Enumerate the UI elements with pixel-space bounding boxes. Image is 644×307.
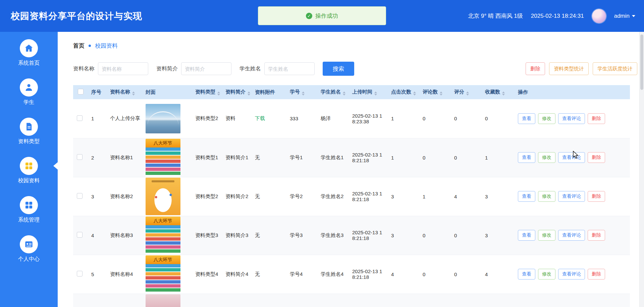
edit-button[interactable]: 修改 [538,113,555,124]
column-header-rating[interactable]: 评分 [451,85,482,99]
sidebar-item-system-management[interactable]: 系统管理 [0,196,58,224]
cell-clicks: 3 [388,177,419,216]
row-checkbox[interactable] [77,232,83,238]
sidebar-item-label: 资料类型 [18,138,40,145]
filter-intro-input[interactable] [181,62,231,75]
cell-rating: 0 [451,138,482,177]
bulk-delete-button[interactable]: 删除 [526,62,545,75]
sort-icon[interactable] [502,91,505,96]
sidebar-item-material-types[interactable]: 资料类型 [0,118,58,145]
view-button[interactable]: 查看 [518,269,535,280]
filter-student-input[interactable] [264,62,315,75]
cover-image[interactable]: 八大环节 [146,217,180,254]
column-header-index: 序号 [88,85,107,99]
sort-icon[interactable] [413,91,416,96]
column-header-type[interactable]: 资料类型 [192,85,222,99]
sidebar-item-label: 校园资料 [18,177,40,184]
edit-button[interactable]: 修改 [538,152,555,163]
column-header-name[interactable]: 资料名称 [107,85,142,99]
edit-button[interactable]: 修改 [538,191,555,202]
breadcrumb: 首页 校园资料 [73,42,639,50]
view-button[interactable]: 查看 [518,113,535,124]
cell-student-no: 学号4 [286,255,317,294]
sort-icon[interactable] [374,91,377,96]
materials-table-wrap: 序号 资料名称 封面 资料类型 资料简介 资料附件 学号 学生姓名 上传时间 点… [73,85,639,307]
activity-stats-button[interactable]: 学生活跃度统计 [593,62,637,75]
sidebar-item-campus-materials[interactable]: 校园资料 [0,157,58,184]
column-header-favorites[interactable]: 收藏数 [482,85,515,99]
cell-comments [419,294,451,307]
edit-button[interactable]: 修改 [538,230,555,241]
view-button[interactable]: 查看 [518,230,535,241]
select-all-checkbox[interactable] [78,89,84,95]
cell-rating: 0 [451,99,482,138]
column-header-intro[interactable]: 资料简介 [222,85,252,99]
sort-icon[interactable] [132,91,135,96]
column-header-student-no[interactable]: 学号 [286,85,317,99]
row-checkbox[interactable] [77,115,83,121]
cell-attachment: 无 [252,216,286,255]
delete-row-button[interactable]: 删除 [588,152,605,163]
sidebar-item-students[interactable]: 学生 [0,78,58,106]
sidebar-item-label: 学生 [23,99,34,106]
cell-student-name: 杨洋 [317,99,349,138]
filter-name-input[interactable] [98,62,148,75]
row-checkbox[interactable] [77,193,83,199]
cover-image[interactable] [146,294,180,307]
view-comments-button[interactable]: 查看评论 [558,191,585,202]
view-comments-button[interactable]: 查看评论 [558,230,585,241]
cover-image[interactable] [146,104,180,133]
cover-image[interactable]: 八大环节 [146,255,180,293]
delete-row-button[interactable]: 删除 [588,230,605,241]
cover-image[interactable] [146,178,180,215]
view-button[interactable]: 查看 [518,191,535,202]
cover-image[interactable]: 八大环节 [146,139,180,176]
view-comments-button[interactable]: 查看评论 [558,113,585,124]
row-checkbox[interactable] [77,154,83,160]
column-header-comments[interactable]: 评论数 [419,85,451,99]
weather-info: 北京 9° 晴 西南风 1级 [468,12,523,20]
view-comments-button[interactable]: 查看评论 [558,152,585,163]
type-stats-button[interactable]: 资料类型统计 [549,62,589,75]
cell-intro: 资料简介4 [222,255,252,294]
cell-student-name: 学生姓名3 [317,216,349,255]
column-header-clicks[interactable]: 点击次数 [388,85,419,99]
cell-favorites: 1 [482,138,515,177]
cell-student-no [286,294,317,307]
cell-attachment: 无 [252,255,286,294]
sort-icon[interactable] [248,91,250,96]
avatar[interactable] [592,9,606,23]
sidebar-item-personal-center[interactable]: 个人中心 [0,235,58,263]
breadcrumb-current[interactable]: 校园资料 [95,42,118,50]
edit-button[interactable]: 修改 [538,269,555,280]
cell-rating: 0 [451,216,482,255]
search-button[interactable]: 搜索 [323,62,354,76]
table-row: 5 资料名称4 八大环节 资料类型4 资料简介4 无 学号4 学生姓名4 202… [73,255,630,294]
column-header-student-name[interactable]: 学生姓名 [317,85,349,99]
column-header-upload-time[interactable]: 上传时间 [349,85,388,99]
user-menu[interactable]: admin [614,13,635,19]
sidebar-item-home[interactable]: 系统首页 [0,39,58,67]
cell-cover [142,99,192,138]
sidebar-item-label: 系统首页 [18,60,40,67]
header-right: 北京 9° 晴 西南风 1级 2025-02-13 18:24:31 admin [468,0,635,32]
scrollbar-track[interactable] [639,32,644,307]
sort-icon[interactable] [440,91,442,96]
delete-row-button[interactable]: 删除 [588,113,605,124]
home-icon [20,39,38,57]
table-row: 1 个人上传分享 资料类型2 资料 下载 333 杨洋 2025-02-13 1… [73,99,630,138]
cell-actions: 查看修改查看评论删除 [515,255,630,294]
download-link[interactable]: 下载 [252,99,286,138]
sort-icon[interactable] [466,91,469,96]
view-comments-button[interactable]: 查看评论 [558,269,585,280]
cell-name: 资料名称1 [107,138,142,177]
breadcrumb-home[interactable]: 首页 [73,42,85,50]
sort-icon[interactable] [343,91,345,96]
delete-row-button[interactable]: 删除 [588,191,605,202]
view-button[interactable]: 查看 [518,152,535,163]
delete-row-button[interactable]: 删除 [588,269,605,280]
row-checkbox[interactable] [77,271,83,277]
scrollbar-thumb[interactable] [640,35,643,90]
sort-icon[interactable] [217,91,220,96]
sort-icon[interactable] [302,91,305,96]
